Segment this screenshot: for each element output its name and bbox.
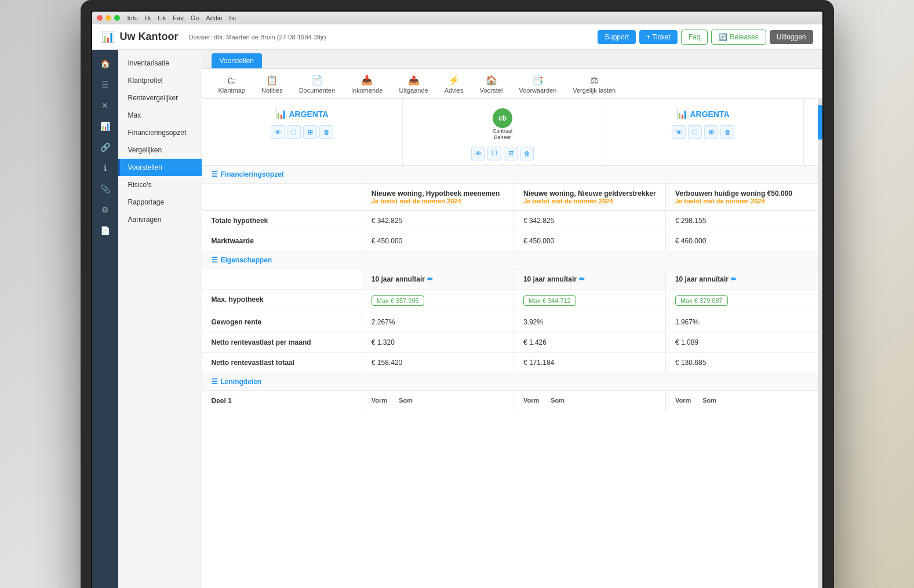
dossier-info: Dossier: dhr. Maarten de Bruin (27-08-19… — [189, 34, 326, 41]
provider-cell-3: 📊 ARGENTA 👁 ☐ ⊞ 🗑 — [603, 99, 804, 165]
inner-tab-klantmap[interactable]: 🗂 Klantmap — [212, 73, 252, 98]
gewogen-rente-val-3: 1.967% — [665, 312, 817, 332]
provider-cell-2: cb CentraalBeheer 👁 ☐ ⊞ 🗑 — [403, 99, 603, 165]
inner-tab-vergelijklasten[interactable]: ⚖ Vergelijk lasten — [566, 72, 622, 98]
financieringsopzet-header: ☰ Financieringsopzet — [202, 166, 818, 184]
provider-cell-1: 📊 ARGENTA 👁 ☐ ⊞ 🗑 — [202, 99, 403, 165]
nav-item-rapportage[interactable]: Rapportage — [118, 193, 202, 211]
inner-tab-uitgaande[interactable]: 📤 Uitgaande — [392, 72, 435, 98]
leningdelen-icon: ☰ — [212, 378, 218, 386]
sub-cols-1: Vorm Som — [372, 397, 504, 404]
totale-hypotheek-val-2: € 342.825 — [514, 210, 665, 231]
netto-totaal-val-3: € 130.685 — [665, 352, 817, 372]
nav-item-inventarisatie[interactable]: Inventarisatie — [118, 54, 202, 72]
nav-item-vergelijken[interactable]: Vergelijken — [118, 141, 202, 159]
inner-tab-advies[interactable]: ⚡ Advies — [438, 72, 471, 98]
nav-item-klantprofiel[interactable]: Klantprofiel — [118, 72, 202, 89]
sub-cols-3: Vorm Som — [675, 397, 809, 404]
main-tab-voorstellen[interactable]: Voorstellen — [212, 53, 262, 68]
col-header-2: Nieuwe woning, Nieuwe geldverstrekker Je… — [514, 184, 665, 211]
prov-btn-eye-1[interactable]: 👁 — [271, 125, 285, 139]
prov-btn-trash-2[interactable]: 🗑 — [520, 147, 534, 160]
prov-btn-eye-2[interactable]: 👁 — [471, 147, 485, 160]
mac-maximize[interactable] — [114, 15, 120, 21]
col-title-3: Verbouwen huidige woning €50.000 — [675, 189, 809, 198]
sidebar-icon-settings[interactable]: ⚙ — [96, 200, 114, 219]
norm-warning-2: Je toetst met de normen 2024 — [523, 198, 656, 204]
notities-label: Notities — [261, 87, 283, 94]
financieringsopzet-icon: ☰ — [212, 170, 218, 178]
voorstel-icon: 🏠 — [486, 75, 497, 86]
inner-tab-voorwaarden[interactable]: 📑 Voorwaarden — [512, 72, 563, 98]
gewogen-rente-label: Gewogen rente — [202, 312, 362, 332]
mac-menu-bar: IntulikLikFavGuAddiohc — [128, 14, 236, 21]
sub-col-vorm-2: Vorm — [523, 397, 539, 404]
documenten-label: Documenten — [299, 87, 335, 94]
edit-pencil-3[interactable]: ✏ — [731, 275, 737, 283]
mac-close[interactable] — [97, 15, 103, 21]
support-button[interactable]: Support — [598, 30, 636, 44]
max-hypotheek-val-3: Max € 379.087 — [665, 289, 817, 312]
releases-button[interactable]: 🔄 Releases — [711, 30, 766, 45]
netto-totaal-val-2: € 171.184 — [514, 352, 665, 372]
max-hypotheek-val-2: Max € 344.712 — [514, 289, 665, 312]
col-title-1: Nieuwe woning, Hypotheek meenemen — [372, 189, 504, 198]
marktwaarde-val-2: € 450.000 — [514, 231, 665, 251]
provider-icons-1: 👁 ☐ ⊞ 🗑 — [271, 125, 333, 139]
mac-minimize[interactable] — [105, 15, 111, 21]
faq-button[interactable]: Faq — [681, 30, 708, 45]
nav-item-max[interactable]: Max — [118, 107, 202, 124]
scroll-track[interactable] — [818, 99, 822, 588]
logout-button[interactable]: Uitloggen — [770, 30, 813, 44]
sub-col-som-2: Som — [551, 397, 565, 404]
inner-tab-voorstel[interactable]: 🏠 Voorstel — [473, 72, 510, 98]
sidebar-icon-attach[interactable]: 📎 — [96, 180, 114, 198]
prov-btn-square-3[interactable]: ☐ — [688, 125, 702, 139]
scroll-content: 📊 ARGENTA 👁 ☐ ⊞ 🗑 — [202, 99, 818, 588]
table-row: Netto rentevastlast totaal € 158.420 € 1… — [202, 352, 818, 372]
max-badge-2: Max € 344.712 — [523, 295, 576, 306]
prov-btn-square-2[interactable]: ☐ — [487, 147, 501, 160]
nav-item-aanvragen[interactable]: Aanvragen — [118, 211, 202, 228]
nav-item-voorstellen[interactable]: Voorstellen — [118, 159, 202, 176]
sub-col-vorm-1: Vorm — [372, 397, 387, 404]
sidebar-icon-home[interactable]: 🏠 — [96, 54, 114, 73]
cb-text: CentraalBeheer — [493, 128, 512, 141]
sidebar-icon-list[interactable]: ☰ — [96, 75, 114, 94]
prov-btn-grid-2[interactable]: ⊞ — [504, 147, 518, 160]
prov-btn-grid-1[interactable]: ⊞ — [303, 125, 317, 139]
netto-maand-val-1: € 1.320 — [362, 332, 514, 352]
prov-btn-trash-1[interactable]: 🗑 — [319, 125, 333, 139]
nav-item-financieringsopzet[interactable]: Financieringsopzet — [118, 124, 202, 141]
prov-btn-eye-3[interactable]: 👁 — [672, 125, 686, 139]
marktwaarde-label: Marktwaarde — [202, 231, 362, 251]
cb-circle: cb — [493, 108, 512, 128]
inner-tab-notities[interactable]: 📋 Notities — [254, 72, 290, 98]
prov-btn-trash-3[interactable]: 🗑 — [720, 125, 734, 139]
sidebar-icon-close[interactable]: ✕ — [96, 96, 114, 115]
argenta-logo-1: 📊 ARGENTA — [275, 108, 328, 119]
inner-tab-inkomende[interactable]: 📥 Inkomende — [344, 72, 389, 98]
cb-logo: cb CentraalBeheer — [493, 108, 512, 141]
provider-icons-2: 👁 ☐ ⊞ 🗑 — [471, 147, 534, 160]
uitgaande-icon: 📤 — [408, 75, 420, 86]
inkomende-label: Inkomende — [351, 87, 383, 94]
app-title: Uw Kantoor — [120, 31, 179, 43]
col-header-annuitair-3: 10 jaar annuïtair — [675, 275, 729, 283]
ticket-button[interactable]: + Ticket — [639, 30, 678, 44]
col-header-annuitair-1: 10 jaar annuïtair — [372, 275, 425, 283]
prov-btn-square-1[interactable]: ☐ — [287, 125, 301, 139]
nav-item-rentevergelijker[interactable]: Rentevergelijker — [118, 89, 202, 107]
inner-tab-documenten[interactable]: 📄 Documenten — [292, 72, 342, 98]
scroll-thumb[interactable] — [818, 105, 822, 140]
nav-item-risicos[interactable]: Risico's — [118, 176, 202, 193]
prov-btn-grid-3[interactable]: ⊞ — [704, 125, 718, 139]
sidebar-icon-info[interactable]: ℹ — [96, 159, 114, 177]
sidebar-icon-doc[interactable]: 📄 — [96, 221, 114, 240]
sidebar-icon-chart[interactable]: 📊 — [96, 117, 114, 136]
edit-pencil-2[interactable]: ✏ — [579, 275, 585, 283]
vergelijklasten-icon: ⚖ — [590, 75, 598, 86]
edit-pencil-1[interactable]: ✏ — [427, 275, 433, 283]
sidebar-icon-link[interactable]: 🔗 — [96, 138, 114, 156]
netto-maand-val-2: € 1.426 — [514, 332, 665, 352]
